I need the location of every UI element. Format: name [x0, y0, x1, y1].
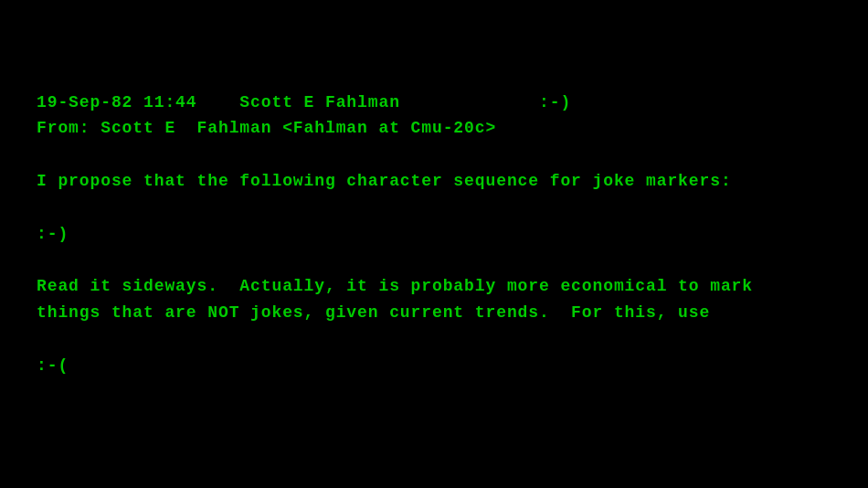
- blank-line: [37, 247, 831, 273]
- terminal-line: things that are NOT jokes, given current…: [37, 300, 831, 326]
- blank-line: [37, 378, 831, 405]
- terminal-line: From: Scott E Fahlman <Fahlman at Cmu-20…: [37, 115, 831, 142]
- blank-line: [37, 195, 831, 221]
- terminal-line: :-): [37, 221, 831, 248]
- terminal-screen: 19-Sep-82 11:44 Scott E Fahlman :-)From:…: [0, 0, 868, 488]
- blank-line: [37, 405, 831, 431]
- terminal-line: 19-Sep-82 11:44 Scott E Fahlman :-): [37, 90, 831, 116]
- terminal-line: I propose that the following character s…: [37, 168, 831, 195]
- blank-line: [37, 142, 831, 168]
- terminal-line: Read it sideways. Actually, it is probab…: [37, 273, 831, 300]
- blank-line: [37, 63, 831, 90]
- blank-line: [37, 37, 831, 63]
- terminal-line: :-(: [37, 353, 831, 379]
- blank-line: [37, 326, 831, 353]
- terminal-content: 19-Sep-82 11:44 Scott E Fahlman :-)From:…: [37, 37, 831, 431]
